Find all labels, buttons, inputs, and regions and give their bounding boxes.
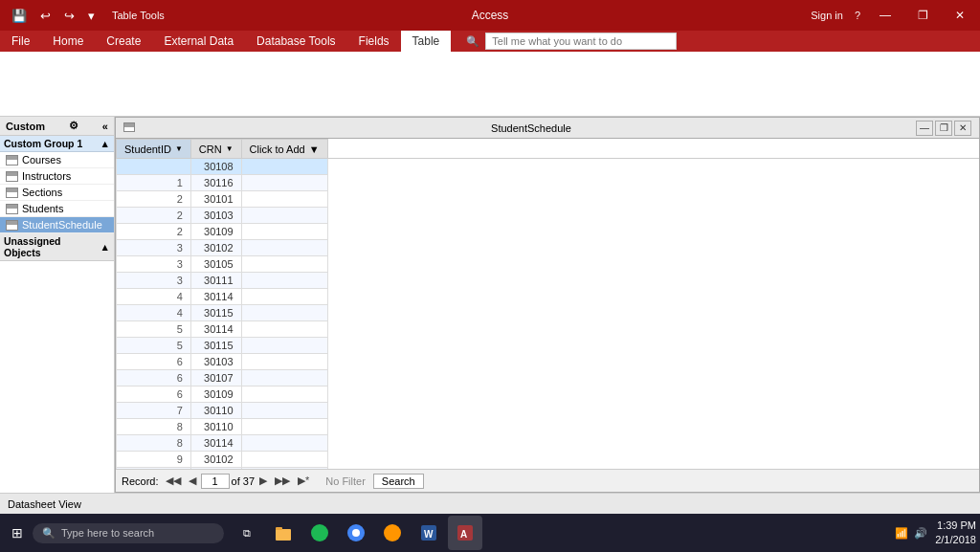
taskbar-search-bar[interactable]: 🔍 Type here to search (33, 523, 224, 543)
table-row[interactable]: 330105 (117, 256, 980, 273)
cell-crn[interactable]: 30114 (190, 289, 241, 305)
cell-crn[interactable]: 30107 (190, 370, 241, 386)
cell-studentid[interactable]: 8 (117, 435, 191, 452)
record-current-input[interactable] (201, 474, 230, 489)
cell-studentid[interactable]: 5 (117, 321, 191, 338)
help-button[interactable]: ? (855, 10, 860, 21)
cell-studentid[interactable]: 3 (117, 256, 191, 273)
spotify-icon[interactable] (302, 516, 337, 550)
nav-group-2-header[interactable]: Unassigned Objects ▲ (0, 233, 114, 261)
cell-crn[interactable]: 30102 (190, 240, 241, 256)
table-row[interactable]: 830114 (117, 435, 980, 452)
table-row[interactable]: 630109 (117, 386, 980, 403)
table-row[interactable]: 230109 (117, 224, 980, 240)
search-button[interactable]: Search (373, 474, 424, 489)
table-row[interactable]: 530115 (117, 338, 980, 354)
inner-minimize-button[interactable]: — (916, 121, 933, 136)
record-prev-button[interactable]: ◀ (186, 474, 199, 488)
cell-studentid[interactable]: 3 (117, 273, 191, 289)
cell-studentid[interactable]: 4 (117, 305, 191, 321)
file-explorer-icon[interactable] (266, 516, 301, 550)
menu-fields[interactable]: Fields (347, 31, 401, 52)
cell-studentid[interactable]: 8 (117, 419, 191, 435)
qat-more-button[interactable]: ▾ (84, 7, 99, 25)
menu-home[interactable]: Home (41, 31, 95, 52)
word-icon[interactable]: W (412, 516, 446, 550)
record-next-button[interactable]: ▶ (256, 474, 270, 488)
cell-crn[interactable]: 30111 (190, 273, 241, 289)
cell-crn[interactable]: 30101 (190, 191, 241, 208)
taskview-icon[interactable]: ⧉ (230, 516, 264, 550)
cell-crn[interactable]: 30115 (190, 338, 241, 354)
table-row[interactable]: 130116 (117, 175, 980, 191)
table-row[interactable]: 730110 (117, 403, 980, 419)
cell-crn[interactable]: 30114 (190, 321, 241, 338)
nav-group-1-header[interactable]: Custom Group 1 ▲ (0, 136, 114, 152)
col-header-crn[interactable]: CRN ▼ (190, 140, 241, 159)
cell-crn[interactable]: 30103 (190, 208, 241, 224)
nav-config-icon[interactable]: ⚙ (69, 120, 78, 132)
cell-studentid[interactable]: 6 (117, 386, 191, 403)
nav-item-studentschedule[interactable]: StudentSchedule (0, 217, 114, 233)
table-row[interactable]: 430114 (117, 289, 980, 305)
cell-crn[interactable]: 30103 (190, 354, 241, 370)
table-row[interactable]: 230103 (117, 208, 980, 224)
table-row[interactable]: 30108 (117, 159, 980, 175)
volume-icon[interactable]: 🔊 (914, 527, 927, 540)
system-clock[interactable]: 1:39 PM 2/1/2018 (935, 519, 976, 548)
record-first-button[interactable]: ◀◀ (163, 474, 184, 488)
col-header-studentid[interactable]: StudentID ▼ (117, 140, 191, 159)
inner-close-button[interactable]: ✕ (954, 121, 971, 136)
cell-crn[interactable]: 30114 (190, 435, 241, 452)
cell-studentid[interactable]: 6 (117, 370, 191, 386)
cell-studentid[interactable]: 2 (117, 224, 191, 240)
table-row[interactable]: 330111 (117, 273, 980, 289)
table-row[interactable]: 930102 (117, 452, 980, 468)
table-row[interactable]: 830110 (117, 419, 980, 435)
menu-create[interactable]: Create (95, 31, 152, 52)
table-row[interactable]: 530114 (117, 321, 980, 338)
firefox-icon[interactable] (375, 516, 410, 550)
undo-button[interactable]: ↩ (36, 7, 55, 25)
restore-button[interactable]: ❐ (910, 7, 936, 24)
search-input[interactable] (485, 33, 677, 50)
menu-file[interactable]: File (0, 31, 41, 52)
sign-in-link[interactable]: Sign in (811, 10, 843, 21)
nav-item-students[interactable]: Students (0, 201, 114, 217)
chrome-icon[interactable] (339, 516, 373, 550)
table-row[interactable]: 430115 (117, 305, 980, 321)
nav-item-sections[interactable]: Sections (0, 185, 114, 201)
nav-collapse-icon[interactable]: « (102, 121, 108, 132)
cell-studentid[interactable]: 9 (117, 452, 191, 468)
nav-item-courses[interactable]: Courses (0, 152, 114, 168)
cell-studentid[interactable]: 3 (117, 240, 191, 256)
table-row[interactable]: 230101 (117, 191, 980, 208)
save-button[interactable]: 💾 (8, 7, 31, 25)
minimize-button[interactable]: — (872, 7, 899, 24)
cell-crn[interactable]: 30116 (190, 175, 241, 191)
cell-crn[interactable]: 30115 (190, 305, 241, 321)
record-new-button[interactable]: ▶* (295, 474, 312, 488)
cell-crn[interactable]: 30109 (190, 468, 241, 470)
cell-crn[interactable]: 30108 (190, 159, 241, 175)
access-icon[interactable]: A (448, 516, 482, 550)
cell-studentid[interactable]: 2 (117, 191, 191, 208)
menu-external-data[interactable]: External Data (152, 31, 245, 52)
table-row[interactable]: 330102 (117, 240, 980, 256)
cell-crn[interactable]: 30102 (190, 452, 241, 468)
cell-studentid[interactable]: 2 (117, 208, 191, 224)
cell-studentid[interactable]: 5 (117, 338, 191, 354)
table-row[interactable]: 930109 (117, 468, 980, 470)
close-button[interactable]: ✕ (947, 7, 972, 24)
table-container[interactable]: StudentID ▼ CRN ▼ (116, 139, 979, 469)
cell-crn[interactable]: 30109 (190, 386, 241, 403)
cell-studentid[interactable]: 9 (117, 468, 191, 470)
cell-studentid[interactable] (117, 159, 191, 175)
cell-crn[interactable]: 30105 (190, 256, 241, 273)
network-icon[interactable]: 📶 (895, 527, 908, 540)
menu-database-tools[interactable]: Database Tools (245, 31, 347, 52)
cell-crn[interactable]: 30110 (190, 403, 241, 419)
menu-table[interactable]: Table (401, 31, 452, 52)
start-button[interactable]: ⊞ (4, 521, 31, 544)
redo-button[interactable]: ↪ (60, 7, 78, 25)
